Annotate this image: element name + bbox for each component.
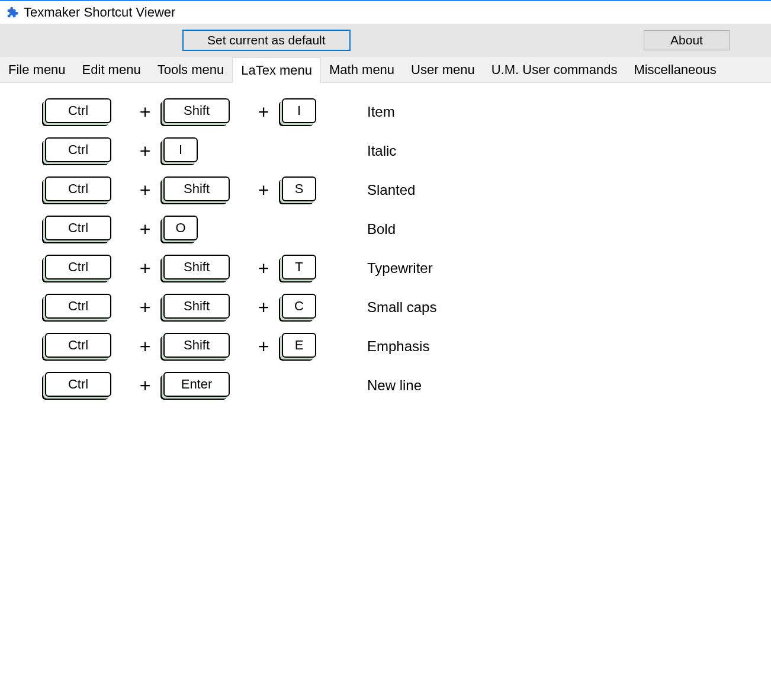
key-cap: I — [282, 98, 316, 123]
key-cap: E — [282, 333, 316, 358]
plus-separator: + — [249, 297, 278, 319]
tab-edit-menu[interactable]: Edit menu — [74, 57, 149, 82]
shortcut-description: Bold — [349, 221, 396, 237]
key-cap: Ctrl — [45, 333, 111, 358]
shortcut-row: Ctrl+OBold — [41, 218, 730, 240]
shortcut-description: New line — [349, 377, 422, 394]
plus-separator: + — [130, 297, 160, 319]
plus-separator: + — [130, 101, 160, 123]
tabs: File menuEdit menuTools menuLaTex menuMa… — [0, 57, 771, 83]
shortcut-description: Slanted — [349, 182, 415, 198]
shortcut-row: Ctrl+Shift+CSmall caps — [41, 296, 730, 319]
key-cap: S — [282, 176, 316, 201]
key-cap: Ctrl — [45, 294, 111, 319]
shortcut-row: Ctrl+Shift+IItem — [41, 101, 730, 123]
key-cap: Shift — [163, 294, 230, 319]
tab-user-menu[interactable]: User menu — [403, 57, 483, 82]
plus-separator: + — [130, 179, 160, 201]
plus-separator: + — [249, 179, 278, 201]
toolbar: Set current as default About — [0, 24, 771, 57]
key-cap: T — [282, 255, 316, 280]
key-cap: Ctrl — [45, 372, 111, 397]
shortcut-row: Ctrl+Shift+SSlanted — [41, 179, 730, 201]
tab-tools-menu[interactable]: Tools menu — [149, 57, 233, 82]
plus-separator: + — [249, 258, 278, 280]
shortcut-row: Ctrl+EnterNew line — [41, 374, 730, 397]
tab-math-menu[interactable]: Math menu — [321, 57, 403, 82]
shortcut-list: Ctrl+Shift+IItemCtrl+IItalicCtrl+Shift+S… — [0, 83, 771, 431]
window-title: Texmaker Shortcut Viewer — [24, 5, 175, 20]
key-cap: Ctrl — [45, 255, 111, 280]
shortcut-description: Italic — [349, 143, 396, 159]
about-button[interactable]: About — [644, 30, 730, 50]
shortcut-description: Item — [349, 104, 395, 120]
tab-miscellaneous[interactable]: Miscellaneous — [625, 57, 724, 82]
key-cap: O — [163, 216, 198, 240]
shortcut-row: Ctrl+IItalic — [41, 140, 730, 162]
shortcut-description: Small caps — [349, 299, 436, 316]
key-cap: Ctrl — [45, 137, 111, 162]
tab-u-m-user-commands[interactable]: U.M. User commands — [483, 57, 626, 82]
plus-separator: + — [130, 258, 160, 280]
key-cap: Ctrl — [45, 98, 111, 123]
shortcut-row: Ctrl+Shift+EEmphasis — [41, 335, 730, 358]
key-cap: Shift — [163, 176, 230, 201]
plus-separator: + — [130, 140, 160, 162]
plus-separator: + — [130, 375, 160, 397]
plus-separator: + — [130, 219, 160, 240]
key-cap: I — [163, 137, 198, 162]
titlebar: Texmaker Shortcut Viewer — [0, 1, 771, 24]
key-cap: Shift — [163, 333, 230, 358]
puzzle-icon — [6, 6, 19, 19]
shortcut-description: Emphasis — [349, 338, 429, 355]
set-default-button[interactable]: Set current as default — [182, 30, 351, 51]
key-cap: Shift — [163, 255, 230, 280]
plus-separator: + — [130, 336, 160, 358]
tab-file-menu[interactable]: File menu — [0, 57, 74, 82]
key-cap: Ctrl — [45, 176, 111, 201]
key-cap: C — [282, 294, 316, 319]
plus-separator: + — [249, 101, 278, 123]
shortcut-description: Typewriter — [349, 260, 433, 277]
plus-separator: + — [249, 336, 278, 358]
key-cap: Shift — [163, 98, 230, 123]
key-cap: Enter — [163, 372, 230, 397]
shortcut-row: Ctrl+Shift+TTypewriter — [41, 257, 730, 280]
tab-latex-menu[interactable]: LaTex menu — [232, 57, 321, 83]
key-cap: Ctrl — [45, 216, 111, 240]
